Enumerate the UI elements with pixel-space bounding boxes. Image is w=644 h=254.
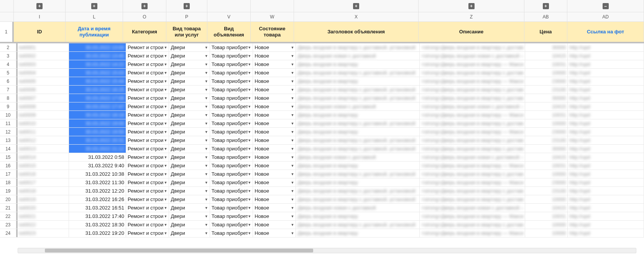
cell-link[interactable]: http://upd	[568, 136, 644, 144]
minus-group-button[interactable]: –	[567, 0, 644, 12]
cell-product[interactable]: Двери	[169, 94, 210, 102]
cell-category[interactable]: Ремонт и строи	[126, 43, 169, 51]
row-header[interactable]: 8	[0, 94, 18, 102]
row-header[interactable]: 12	[0, 128, 18, 136]
cell-listing[interactable]: Товар приобрет	[210, 43, 253, 51]
cell-price[interactable]: 23100	[525, 86, 568, 94]
cell-product[interactable]: Двери	[169, 221, 210, 229]
cell-title[interactable]: Дверь входная в квартиру с доставкой, ус…	[296, 195, 420, 203]
cell-date[interactable]: 31.03.2022 11:30	[69, 178, 126, 186]
cell-category[interactable]: Ремонт и строи	[126, 153, 169, 161]
cell-listing[interactable]: Товар приобрет	[210, 145, 253, 153]
header-cell[interactable]: Описание	[419, 22, 524, 42]
row-header[interactable]: 19	[0, 187, 18, 195]
cell-title[interactable]: Дверь входная новая с доставкой	[296, 204, 420, 212]
cell-date[interactable]: 30.03.2022 17:06	[69, 94, 126, 102]
cell-category[interactable]: Ремонт и строи	[126, 136, 169, 144]
header-cell[interactable]: ID	[14, 22, 66, 42]
col-header-X[interactable]: X	[294, 12, 419, 21]
row-header[interactable]: 5	[0, 69, 18, 77]
cell-listing[interactable]: Товар приобрет	[210, 86, 253, 94]
cell-link[interactable]: http://upd	[568, 187, 644, 195]
cell-category[interactable]: Ремонт и строи	[126, 94, 169, 102]
cell-listing[interactable]: Товар приобрет	[210, 111, 253, 119]
cell-date[interactable]: 30.03.2022 13:00	[69, 43, 126, 51]
cell-title[interactable]: Дверь входная в квартиру с доставкой, ус…	[296, 94, 420, 102]
cell-condition[interactable]: Новое	[253, 69, 296, 77]
cell-date[interactable]: 31.03.2022 16:51	[69, 204, 126, 212]
row-header[interactable]: 13	[0, 136, 18, 144]
cell-id[interactable]: tot0007	[18, 94, 69, 102]
cell-desc[interactable]: <strong>Дверь входная в квартиру с доста…	[420, 136, 525, 144]
cell-link[interactable]: http://upd	[568, 170, 644, 178]
cell-listing[interactable]: Товар приобрет	[210, 60, 253, 68]
cell-link[interactable]: http://upd	[568, 195, 644, 203]
cell-title[interactable]: Дверь входная в квартиру	[296, 128, 420, 136]
cell-product[interactable]: Двери	[169, 52, 210, 60]
cell-desc[interactable]: <strong>Дверь входная в квартиру с доста…	[420, 86, 525, 94]
cell-listing[interactable]: Товар приобрет	[210, 52, 253, 60]
cell-product[interactable]: Двери	[169, 178, 210, 186]
cell-date[interactable]: 30.03.2022 21:12	[69, 145, 126, 153]
row-header[interactable]: 9	[0, 102, 18, 111]
plus-group-button[interactable]: +	[123, 0, 166, 12]
header-cell[interactable]: Категория	[123, 22, 166, 42]
cell-id[interactable]: tot0010	[18, 119, 69, 127]
cell-title[interactable]: Дверь входная в квартиру	[296, 178, 420, 186]
row-header[interactable]: 16	[0, 162, 18, 170]
cell-title[interactable]: Дверь входная в квартиру с доставкой, ус…	[296, 187, 420, 195]
cell-product[interactable]: Двери	[169, 145, 210, 153]
cell-category[interactable]: Ремонт и строи	[126, 162, 169, 170]
cell-price[interactable]: 23100	[525, 136, 568, 144]
header-cell[interactable]: Вид объявления	[207, 22, 251, 42]
row-header[interactable]: 22	[0, 212, 18, 220]
cell-link[interactable]: http://upd	[568, 153, 644, 161]
cell-desc[interactable]: <strong>Дверь входная новая с доставкой …	[420, 153, 525, 161]
row-header[interactable]: 2	[0, 43, 18, 51]
cell-listing[interactable]: Товар приобрет	[210, 204, 253, 212]
cell-listing[interactable]: Товар приобрет	[210, 153, 253, 161]
cell-title[interactable]: Дверь входная в квартиру с доставкой, ус…	[296, 43, 420, 51]
cell-desc[interactable]: <strong>Дверь входная в квартиру с доста…	[420, 187, 525, 195]
cell-link[interactable]: http://upd	[568, 94, 644, 102]
cell-desc[interactable]: <strong>Дверь входная в квартиру — Макси…	[420, 77, 525, 85]
cell-condition[interactable]: Новое	[253, 162, 296, 170]
cell-price[interactable]: 10000	[525, 195, 568, 203]
cell-title[interactable]: Дверь входная в квартиру с доставкой, ус…	[296, 69, 420, 77]
header-cell[interactable]: Ссылка на фот	[567, 22, 644, 42]
cell-desc[interactable]: <strong>Дверь входная новая с доставкой …	[420, 204, 525, 212]
plus-group-button[interactable]: +	[419, 0, 524, 12]
cell-listing[interactable]: Товар приобрет	[210, 136, 253, 144]
cell-date[interactable]: 31.03.2022 18:30	[69, 221, 126, 229]
cell-listing[interactable]: Товар приобрет	[210, 195, 253, 203]
cell-date[interactable]: 30.03.2022 19:50	[69, 128, 126, 136]
cell-condition[interactable]: Новое	[253, 212, 296, 220]
plus-group-button[interactable]: +	[166, 0, 207, 12]
cell-title[interactable]: Дверь входная в квартиру	[296, 229, 420, 237]
cell-title[interactable]: Дверь входная в квартиру с доставкой, ус…	[296, 119, 420, 127]
cell-desc[interactable]: <strong>Дверь входная в квартиру с доста…	[420, 43, 525, 51]
cell-condition[interactable]: Новое	[253, 145, 296, 153]
cell-id[interactable]: tot0008	[18, 102, 69, 111]
cell-product[interactable]: Двери	[169, 102, 210, 111]
row-header[interactable]: 20	[0, 195, 18, 203]
cell-product[interactable]: Двери	[169, 77, 210, 85]
cell-link[interactable]: http://upd	[568, 128, 644, 136]
row-header[interactable]: 3	[0, 52, 18, 60]
cell-link[interactable]: http://upd	[568, 86, 644, 94]
cell-category[interactable]: Ремонт и строи	[126, 187, 169, 195]
cell-desc[interactable]: <strong>Дверь входная в квартиру с доста…	[420, 221, 525, 229]
cell-price[interactable]: 10031	[525, 212, 568, 220]
col-header-I[interactable]: I	[14, 12, 66, 21]
row-header-1[interactable]: 1	[0, 22, 14, 42]
cell-condition[interactable]: Новое	[253, 178, 296, 186]
cell-title[interactable]: Дверь входная в квартиру с доставкой, ус…	[296, 145, 420, 153]
cell-condition[interactable]: Новое	[253, 86, 296, 94]
cell-desc[interactable]: <strong>Дверь входная в квартиру с доста…	[420, 119, 525, 127]
cell-link[interactable]: http://upd	[568, 69, 644, 77]
cell-price[interactable]: 10000	[525, 229, 568, 237]
cell-listing[interactable]: Товар приобрет	[210, 178, 253, 186]
cell-id[interactable]: tot0003	[18, 60, 69, 68]
cell-date[interactable]: 30.03.2022 17:47	[69, 102, 126, 111]
row-header[interactable]: 7	[0, 86, 18, 94]
